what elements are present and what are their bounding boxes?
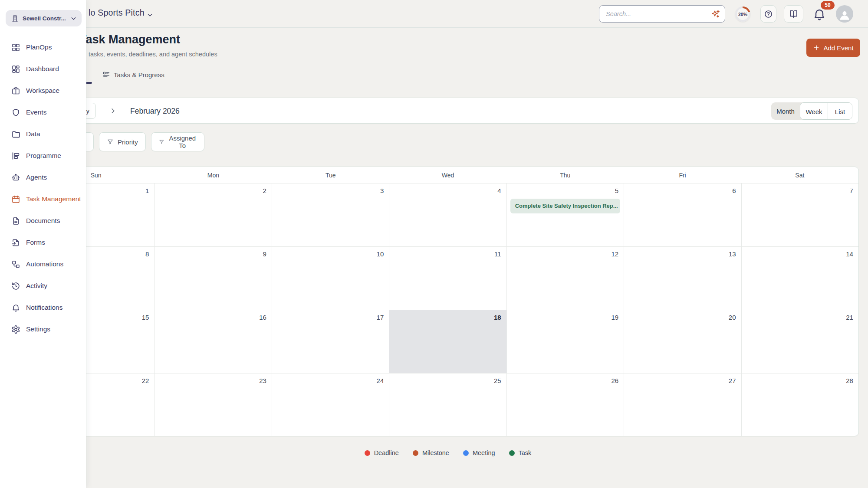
day-header-tue: Tue — [272, 167, 389, 183]
day-header-row: SunMonTueWedThuFriSat — [37, 167, 858, 183]
date-number: 7 — [850, 187, 853, 194]
add-event-button[interactable]: Add Event — [806, 39, 860, 57]
day-cell-4[interactable]: 4 — [389, 183, 506, 246]
day-cell-7[interactable]: 7 — [742, 183, 858, 246]
gear-icon — [11, 325, 20, 334]
legend-label: Deadline — [374, 449, 399, 456]
day-cell-12[interactable]: 12 — [507, 247, 624, 310]
day-cell-3[interactable]: 3 — [272, 183, 389, 246]
sidebar-item-label: PlanOps — [26, 43, 52, 51]
task-dot-icon — [509, 450, 515, 456]
sidebar-item-label: Programme — [26, 152, 61, 160]
help-button[interactable] — [760, 5, 776, 23]
view-list-button[interactable]: List — [828, 103, 852, 120]
user-icon — [839, 8, 850, 23]
day-header-sat: Sat — [741, 167, 858, 183]
sidebar-item-events[interactable]: Events — [0, 102, 86, 123]
docs-button[interactable] — [784, 5, 803, 23]
week-row: 22232425262728 — [37, 373, 858, 436]
date-number: 22 — [142, 377, 149, 384]
grid-icon — [11, 43, 20, 52]
day-cell-18[interactable]: 18 — [389, 310, 506, 373]
sidebar-item-activity[interactable]: Activity — [0, 275, 86, 297]
date-number: 14 — [846, 250, 853, 258]
next-month-icon[interactable] — [109, 107, 117, 115]
day-cell-5[interactable]: 5Complete Site Safety Inspection Rep... — [507, 183, 624, 246]
day-cell-27[interactable]: 27 — [624, 373, 741, 436]
day-cell-25[interactable]: 25 — [389, 373, 506, 436]
day-cell-6[interactable]: 6 — [624, 183, 741, 246]
date-number: 11 — [494, 250, 501, 258]
sidebar-item-documents[interactable]: Documents — [0, 210, 86, 232]
date-number: 24 — [377, 377, 384, 384]
date-number: 28 — [846, 377, 853, 384]
usage-progress-label: 20% — [735, 7, 750, 22]
sidebar-item-data[interactable]: Data — [0, 123, 86, 145]
sidebar-item-agents[interactable]: Agents — [0, 167, 86, 188]
sidebar-item-notifications[interactable]: Notifications — [0, 297, 86, 318]
day-cell-20[interactable]: 20 — [624, 310, 741, 373]
day-cell-2[interactable]: 2 — [155, 183, 272, 246]
filter-button-priority[interactable]: Priority — [99, 132, 146, 151]
robot-icon — [11, 173, 20, 182]
view-week-button[interactable]: Week — [800, 103, 828, 120]
topbar: lo Sports Pitch 20% 50 — [0, 0, 868, 28]
date-number: 15 — [142, 314, 149, 321]
legend-label: Task — [519, 449, 532, 456]
avatar[interactable] — [836, 5, 853, 23]
calendar-toolbar: Today February 2026 Month Week List — [37, 98, 859, 124]
legend-label: Milestone — [422, 449, 449, 456]
date-number: 3 — [380, 187, 384, 194]
sidebar: Sewell Constr... PlanOpsDashboardWorkspa… — [0, 0, 86, 488]
automation-icon — [11, 260, 20, 269]
day-cell-21[interactable]: 21 — [742, 310, 858, 373]
sidebar-item-workspace[interactable]: Workspace — [0, 80, 86, 102]
date-number: 9 — [263, 250, 266, 258]
day-header-fri: Fri — [624, 167, 741, 183]
sidebar-item-label: Settings — [26, 325, 50, 333]
document-icon — [11, 216, 20, 226]
project-title[interactable]: lo Sports Pitch — [89, 8, 145, 18]
sidebar-item-task-management[interactable]: Task Management — [0, 188, 86, 210]
sparkles-icon[interactable] — [710, 9, 720, 19]
day-cell-26[interactable]: 26 — [507, 373, 624, 436]
sidebar-item-dashboard[interactable]: Dashboard — [0, 58, 86, 80]
sidebar-item-programme[interactable]: Programme — [0, 145, 86, 167]
tab-label: Tasks & Progress — [114, 71, 164, 79]
sidebar-item-planops[interactable]: PlanOps — [0, 36, 86, 58]
milestone-dot-icon — [413, 450, 418, 456]
month-title: February 2026 — [130, 98, 180, 124]
day-cell-11[interactable]: 11 — [389, 247, 506, 310]
day-cell-10[interactable]: 10 — [272, 247, 389, 310]
day-cell-24[interactable]: 24 — [272, 373, 389, 436]
day-cell-16[interactable]: 16 — [155, 310, 272, 373]
day-cell-19[interactable]: 19 — [507, 310, 624, 373]
filter-button-assigned-to[interactable]: Assigned To — [151, 132, 204, 151]
sidebar-item-forms[interactable]: Forms — [0, 232, 86, 253]
calendar-weeks: 12345Complete Site Safety Inspection Rep… — [37, 183, 858, 436]
calendar-event[interactable]: Complete Site Safety Inspection Rep... — [510, 199, 620, 213]
date-number: 4 — [497, 187, 501, 194]
page-title: Task Management — [79, 33, 180, 46]
usage-progress-ring[interactable]: 20% — [735, 7, 750, 22]
sidebar-item-label: Forms — [26, 239, 45, 246]
day-cell-9[interactable]: 9 — [155, 247, 272, 310]
view-month-button[interactable]: Month — [771, 102, 800, 120]
day-cell-13[interactable]: 13 — [624, 247, 741, 310]
day-cell-28[interactable]: 28 — [742, 373, 858, 436]
chevron-down-icon[interactable] — [146, 11, 154, 19]
deadline-dot-icon — [365, 450, 370, 456]
day-cell-23[interactable]: 23 — [155, 373, 272, 436]
briefcase-icon — [11, 86, 20, 95]
date-number: 25 — [494, 377, 501, 384]
search-input[interactable] — [599, 6, 725, 22]
sidebar-item-automations[interactable]: Automations — [0, 253, 86, 275]
sidebar-item-settings[interactable]: Settings — [0, 318, 86, 340]
workspace-switcher[interactable]: Sewell Constr... — [6, 10, 82, 26]
tab-tasks-progress[interactable]: Tasks & Progress — [102, 71, 164, 79]
day-cell-17[interactable]: 17 — [272, 310, 389, 373]
bell-icon — [11, 303, 20, 312]
day-cell-14[interactable]: 14 — [742, 247, 858, 310]
date-number: 27 — [729, 377, 736, 384]
legend-item-meeting: Meeting — [463, 449, 495, 456]
